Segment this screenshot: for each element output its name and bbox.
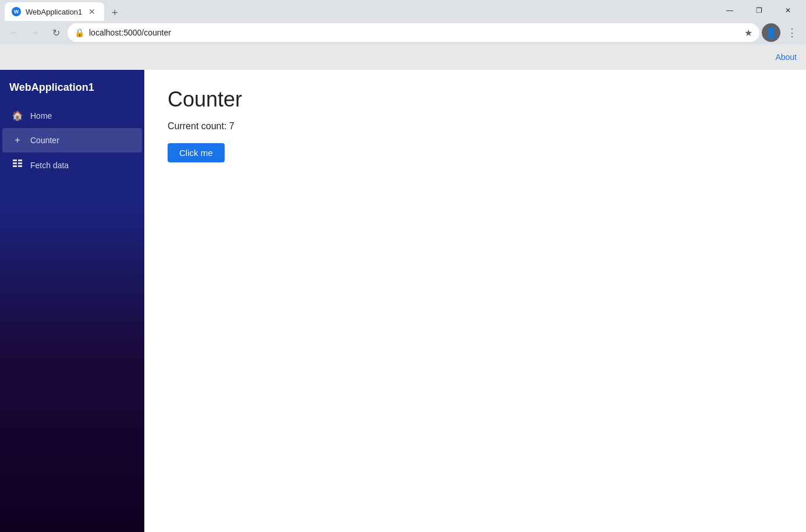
sidebar: WebApplication1 🏠 Home + Counter bbox=[0, 70, 144, 532]
svg-rect-5 bbox=[18, 165, 22, 167]
sidebar-item-fetch-data-label: Fetch data bbox=[30, 161, 69, 170]
app-body: WebApplication1 🏠 Home + Counter bbox=[0, 70, 806, 532]
browser-window: W WebApplication1 ✕ + — ❐ ✕ ← → ↻ 🔒 loca… bbox=[0, 0, 806, 532]
window-controls: — ❐ ✕ bbox=[716, 1, 801, 20]
sidebar-item-counter-label: Counter bbox=[30, 136, 59, 145]
app-top-nav: About bbox=[0, 44, 806, 70]
address-bar: ← → ↻ 🔒 localhost:5000/counter ★ 👤 ⋮ bbox=[0, 21, 806, 44]
close-window-button[interactable]: ✕ bbox=[775, 1, 801, 20]
sidebar-item-fetch-data[interactable]: Fetch data bbox=[2, 152, 142, 178]
bookmark-icon[interactable]: ★ bbox=[744, 27, 752, 38]
forward-button[interactable]: → bbox=[26, 23, 44, 42]
sidebar-item-home-label: Home bbox=[30, 111, 52, 120]
tab-bar: W WebApplication1 ✕ + bbox=[5, 0, 123, 21]
refresh-button[interactable]: ↻ bbox=[47, 23, 65, 42]
app-brand: WebApplication1 bbox=[0, 75, 144, 101]
tab-close-button[interactable]: ✕ bbox=[87, 6, 97, 17]
title-bar: W WebApplication1 ✕ + — ❐ ✕ bbox=[0, 0, 806, 21]
svg-rect-3 bbox=[18, 162, 22, 164]
profile-button[interactable]: 👤 bbox=[762, 23, 780, 42]
app-content: About WebApplication1 🏠 Home + Counter bbox=[0, 44, 806, 532]
svg-rect-4 bbox=[13, 165, 17, 167]
lock-icon: 🔒 bbox=[74, 28, 84, 37]
browser-tab[interactable]: W WebApplication1 ✕ bbox=[5, 2, 104, 21]
page-title: Counter bbox=[168, 87, 783, 112]
svg-rect-1 bbox=[18, 159, 22, 161]
home-icon: 🏠 bbox=[12, 110, 23, 121]
about-link[interactable]: About bbox=[775, 52, 797, 62]
current-count: Current count: 7 bbox=[168, 121, 783, 132]
sidebar-item-counter[interactable]: + Counter bbox=[2, 128, 142, 152]
fetch-data-icon bbox=[12, 159, 23, 171]
counter-icon: + bbox=[12, 135, 23, 146]
main-content: Counter Current count: 7 Click me bbox=[144, 70, 806, 532]
tab-favicon: W bbox=[12, 7, 21, 16]
click-me-button[interactable]: Click me bbox=[168, 143, 225, 162]
new-tab-button[interactable]: + bbox=[106, 5, 123, 21]
minimize-button[interactable]: — bbox=[716, 1, 743, 20]
url-text: localhost:5000/counter bbox=[89, 28, 740, 37]
sidebar-item-home[interactable]: 🏠 Home bbox=[2, 103, 142, 128]
menu-button[interactable]: ⋮ bbox=[783, 23, 801, 42]
url-bar[interactable]: 🔒 localhost:5000/counter ★ bbox=[68, 23, 759, 42]
svg-rect-0 bbox=[13, 159, 17, 161]
tab-label: WebApplication1 bbox=[26, 8, 82, 16]
restore-button[interactable]: ❐ bbox=[745, 1, 772, 20]
svg-rect-2 bbox=[13, 162, 17, 164]
back-button[interactable]: ← bbox=[5, 23, 23, 42]
